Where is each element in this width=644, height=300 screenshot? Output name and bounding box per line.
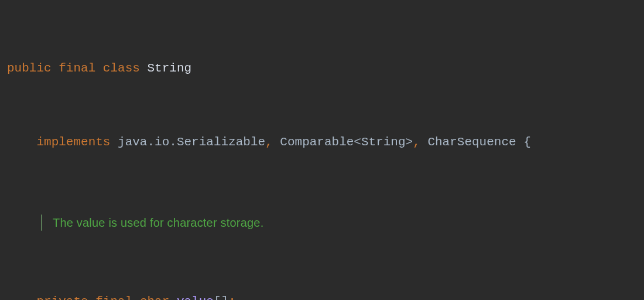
keyword-public: public [7,62,52,75]
keyword-final: final [59,62,95,75]
brackets: [] [214,295,228,300]
indent [7,135,36,149]
type-ref: CharSequence [427,135,516,149]
type-ref: java.io.Serializable [118,135,265,149]
comma: , [413,135,420,149]
semicolon: ; [228,295,236,300]
field-identifier: value [177,295,214,300]
class-name: String [147,62,191,75]
comma: , [265,135,273,149]
keyword-implements: implements [36,135,110,149]
code-editor[interactable]: public final class String implements jav… [0,0,644,300]
keyword-private: private [36,295,88,300]
doc-gutter-bar-icon [41,214,42,231]
code-line: public final class String [7,59,637,78]
keyword-final: final [95,295,132,300]
code-line: implements java.io.Serializable, Compara… [7,133,637,152]
indent [7,295,36,300]
rendered-javadoc: The value is used for character storage. [7,214,637,231]
javadoc-text: The value is used for character storage. [53,214,263,231]
code-line: private final char value[]; [7,292,637,300]
keyword-class: class [103,62,140,75]
keyword-char: char [140,295,169,300]
brace-open: { [523,135,531,149]
type-ref: Comparable<String> [280,135,413,149]
